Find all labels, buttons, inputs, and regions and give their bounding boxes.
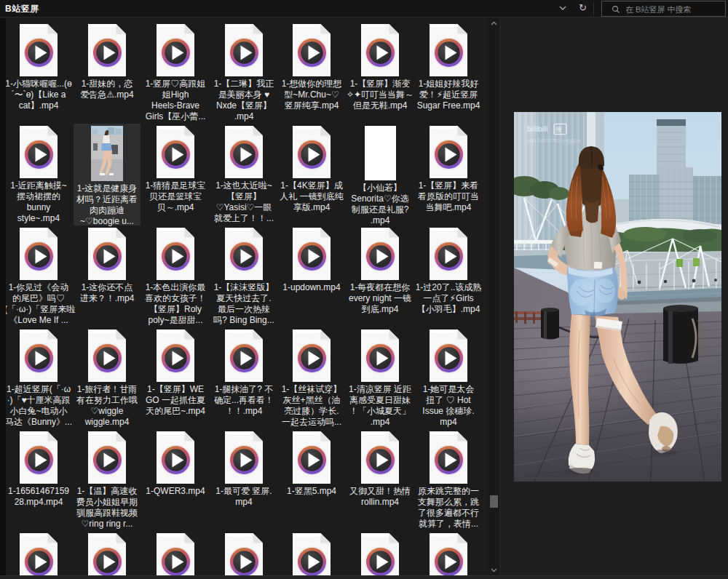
svg-text:UID:34930782 小仙若m: UID:34930782 小仙若m — [527, 138, 581, 144]
svg-text:bilibili: bilibili — [527, 125, 548, 133]
svg-text:搜: 搜 — [555, 126, 562, 133]
